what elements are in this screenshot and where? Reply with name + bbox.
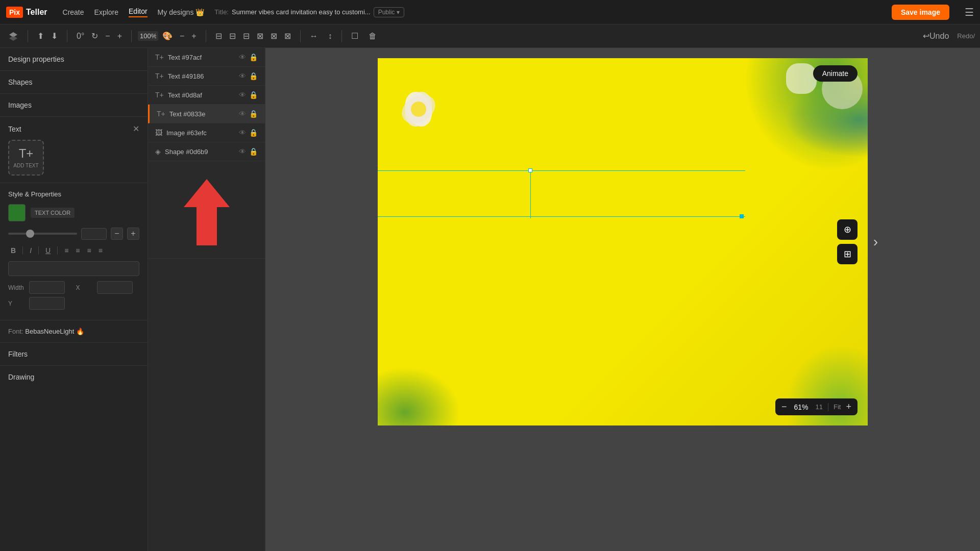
font-size-plus-button[interactable]: +: [127, 228, 139, 240]
nav-editor[interactable]: Editor: [129, 7, 148, 17]
align-center-v-button[interactable]: ⊠: [267, 29, 280, 43]
toolbar-sep-6: [341, 30, 342, 42]
canvas-area[interactable]: Animate: [265, 48, 980, 551]
x-input[interactable]: 160: [97, 281, 133, 294]
layer-visibility-button-1[interactable]: 👁: [239, 53, 246, 61]
canvas-scroll-right[interactable]: ›: [873, 234, 878, 250]
text-color-label[interactable]: TEXT COLOR: [31, 208, 75, 218]
text-section: Text ✕ T+ ADD TEXT: [0, 117, 148, 183]
layer-text-97acf[interactable]: T+ Text #97acf 👁 🔒: [148, 48, 265, 67]
zoom-bar-minus-button[interactable]: −: [781, 402, 787, 412]
nav-explore[interactable]: Explore: [94, 8, 118, 16]
font-size-input[interactable]: 120: [81, 228, 107, 240]
images-section[interactable]: Images: [0, 94, 148, 117]
flower-element: [388, 84, 449, 135]
layer-visibility-button-5[interactable]: 👁: [239, 129, 246, 137]
move-down-button[interactable]: ⬇: [48, 29, 61, 43]
flip-v-button[interactable]: ↕: [325, 30, 335, 43]
dimension-row-1: Width 1600 X 160: [8, 281, 139, 294]
zoom-input[interactable]: [138, 31, 158, 41]
title-label: Title:: [214, 8, 229, 16]
zoom-fit-button[interactable]: Fit: [834, 403, 841, 411]
hamburger-icon[interactable]: ☰: [965, 6, 974, 18]
layer-lock-button-2[interactable]: 🔒: [249, 72, 258, 80]
y-input[interactable]: 471: [29, 297, 65, 310]
font-size-slider[interactable]: [8, 233, 77, 235]
design-properties-section[interactable]: Design properties: [0, 48, 148, 71]
nav-my-designs[interactable]: My designs 👑: [158, 8, 205, 16]
add-text-button[interactable]: T+ ADD TEXT: [8, 140, 44, 176]
layer-text-0d8af[interactable]: T+ Text #0d8af 👁 🔒: [148, 86, 265, 105]
layer-actions-5: 👁 🔒: [239, 129, 258, 137]
element-settings-button[interactable]: ⊞: [837, 244, 857, 264]
close-icon[interactable]: ✕: [133, 124, 139, 134]
font-name[interactable]: BebasNeueLight: [25, 328, 74, 335]
zoom-minus-button[interactable]: −: [177, 30, 187, 43]
layer-text-49186[interactable]: T+ Text #49186 👁 🔒: [148, 67, 265, 86]
nav-create[interactable]: Create: [63, 8, 84, 16]
shapes-section[interactable]: Shapes: [0, 71, 148, 94]
text-align-left-button[interactable]: ≡: [62, 245, 71, 256]
logo[interactable]: Pix Teller: [6, 7, 47, 18]
fire-icon: 🔥: [76, 328, 84, 335]
layer-lock-button-6[interactable]: 🔒: [249, 147, 258, 156]
text-align-right-button[interactable]: ≡: [84, 245, 93, 256]
x-label: X: [76, 284, 94, 291]
arrange-button[interactable]: ☐: [348, 29, 361, 43]
rotate-minus-button[interactable]: −: [102, 30, 113, 43]
logo-box: Pix: [6, 7, 23, 18]
align-bottom-button[interactable]: ⊠: [281, 29, 294, 43]
bold-button[interactable]: B: [8, 245, 18, 256]
font-family-input[interactable]: Aggamis Arena Boston: [8, 261, 139, 276]
logo-text: Teller: [26, 8, 47, 17]
canvas[interactable]: [378, 58, 868, 425]
undo-button[interactable]: ↩ Undo: [920, 29, 952, 43]
drawing-title: Drawing: [8, 373, 34, 381]
zoom-color-button[interactable]: 🎨: [159, 29, 176, 43]
layer-image-63efc[interactable]: 🖼 Image #63efc 👁 🔒: [148, 123, 265, 142]
layer-name-3: Text #0d8af: [168, 91, 235, 99]
align-top-button[interactable]: ⊠: [254, 29, 266, 43]
layer-text-0833e[interactable]: T+ Text #0833e 👁 🔒: [148, 105, 265, 123]
save-image-button[interactable]: Save image: [892, 5, 949, 20]
zoom-plus-button[interactable]: +: [188, 30, 199, 43]
text-color-swatch[interactable]: [8, 204, 26, 221]
left-sidebar: Design properties Shapes Images Text ✕ T…: [0, 48, 148, 551]
add-element-button[interactable]: ⊕: [837, 219, 857, 240]
layer-lock-button-1[interactable]: 🔒: [249, 53, 258, 61]
layer-visibility-button-2[interactable]: 👁: [239, 72, 246, 80]
move-up-button[interactable]: ⬆: [34, 29, 47, 43]
italic-button[interactable]: I: [27, 245, 34, 256]
toolbar-sep-3: [131, 30, 132, 42]
align-right-button[interactable]: ⊟: [240, 29, 253, 43]
width-input[interactable]: 1600: [29, 281, 65, 294]
animate-button[interactable]: Animate: [813, 65, 857, 82]
font-size-minus-button[interactable]: −: [111, 228, 123, 240]
text-align-center-button[interactable]: ≡: [73, 245, 82, 256]
layer-shape-0d6b9[interactable]: ◈ Shape #0d6b9 👁 🔒: [148, 142, 265, 161]
layer-lock-button-4[interactable]: 🔒: [249, 110, 258, 118]
flip-h-button[interactable]: ↔: [307, 30, 321, 43]
zoom-bar-plus-button[interactable]: +: [846, 402, 851, 412]
layer-lock-button-5[interactable]: 🔒: [249, 129, 258, 137]
layer-visibility-button-6[interactable]: 👁: [239, 147, 246, 156]
underline-button[interactable]: U: [43, 245, 53, 256]
text-align-justify-button[interactable]: ≡: [96, 245, 105, 256]
public-dropdown[interactable]: Public ▾: [374, 7, 405, 17]
color-row: TEXT COLOR: [8, 204, 139, 221]
title-value[interactable]: Summer vibes card invitation easy to cus…: [232, 8, 371, 16]
rotation-value: 0°: [74, 30, 87, 43]
layers-button[interactable]: [5, 29, 21, 43]
delete-button[interactable]: 🗑: [365, 30, 380, 43]
editor-toolbar: ⬆ ⬇ 0° ↻ − + 🎨 − + ⊟ ⊟ ⊟ ⊠ ⊠ ⊠ ↔ ↕ ☐ 🗑 ↩…: [0, 24, 980, 48]
layer-visibility-button-4[interactable]: 👁: [239, 110, 246, 118]
drawing-section[interactable]: Drawing: [0, 366, 148, 388]
align-left-button[interactable]: ⊟: [212, 29, 225, 43]
align-center-h-button[interactable]: ⊟: [226, 29, 239, 43]
layer-lock-button-3[interactable]: 🔒: [249, 91, 258, 99]
rotate-plus-button[interactable]: +: [114, 30, 125, 43]
layer-visibility-button-3[interactable]: 👁: [239, 91, 246, 99]
image-layer-icon: 🖼: [155, 129, 162, 137]
filters-section[interactable]: Filters: [0, 343, 148, 366]
rotate-reset-button[interactable]: ↻: [88, 29, 101, 43]
